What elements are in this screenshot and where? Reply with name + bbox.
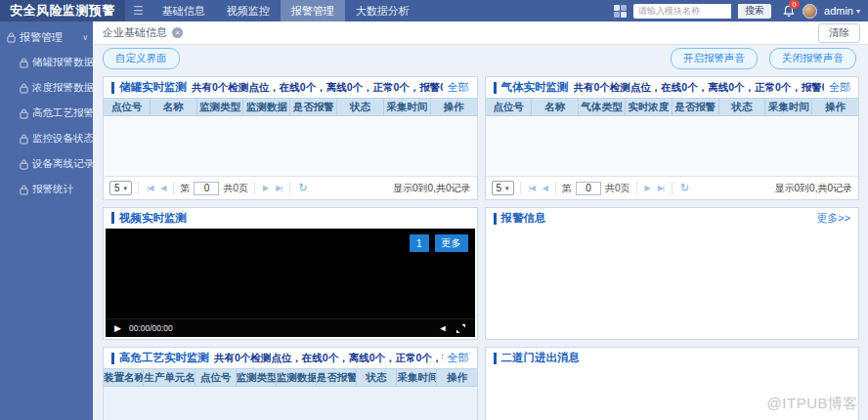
prev-page-button[interactable]: ◀ [158,184,167,192]
accent-bar [111,353,114,364]
sidebar-item-hazard-process-alarm-data[interactable]: 高危工艺报警数... [0,101,93,126]
records-summary: 显示0到0,共0记录 [393,182,470,195]
panel-title: 报警信息 [501,211,546,226]
sidebar-item-label: 高危工艺报警数... [32,106,93,120]
panel-title: 高危工艺实时监测 [119,351,209,365]
tab-enterprise-basic-info[interactable]: 企业基础信息 × [103,25,183,40]
sidebar-item-label: 储罐报警数据 [32,56,93,69]
refresh-icon[interactable]: ↻ [678,182,691,194]
first-page-button[interactable]: |◀ [145,184,154,192]
close-icon[interactable]: × [172,27,183,38]
nav-alarm-management[interactable]: 报警管理 [281,0,345,21]
col-header: 监测类型 [197,99,244,115]
page-number-input[interactable] [576,182,601,195]
view-all-link[interactable]: 全部 [829,80,850,95]
sound-on-button[interactable]: 开启报警声音 [671,48,758,69]
panel-header: 气体实时监测 共有0个检测点位，在线0个，离线0个，正常0个，报警0个 全部 [486,77,859,98]
panel-title: 二道门进出消息 [501,351,581,365]
prev-page-button[interactable]: ◀ [541,184,549,192]
sidebar-item-alarm-management[interactable]: 报警管理 ∨ [0,25,93,50]
page-size-select[interactable]: 5▾ [109,181,132,195]
stats-summary: 共有0个检测点位，在线0个，离线0个，正常0个，报警0个 [214,352,443,365]
video-time: 00:00/00:00 [129,323,173,333]
dashboard-grid: 储罐实时监测 共有0个检测点位，在线0个，离线0个，正常0个，报警0个 全部 点… [93,72,868,420]
sidebar-item-monitor-device-status[interactable]: 监控设备状态 [0,126,93,151]
topbar: 安全风险监测预警 ☰ 基础信息 视频监控 报警管理 大数据分析 搜索 0 adm… [0,0,868,21]
lock-icon [20,185,28,195]
refresh-icon[interactable]: ↻ [296,182,309,194]
nav-video-monitor[interactable]: 视频监控 [216,0,281,21]
panel-header: 视频实时监测 [104,208,477,228]
sidebar-item-label: 监控设备状态 [32,132,93,146]
main-area: 企业基础信息 × 清除 自定义界面 开启报警声音 关闭报警声音 储罐实 [93,21,868,420]
alarm-more-link[interactable]: 更多>> [816,211,850,226]
tab-strip: 企业基础信息 × 清除 [93,21,868,45]
hamburger-icon[interactable]: ☰ [125,0,152,21]
sidebar-item-alarm-statistics[interactable]: 报警统计 [0,177,93,202]
topbar-right: 搜索 0 admin ▾ [614,0,868,21]
sidebar-item-device-offline-records[interactable]: 设备离线记录 [0,151,93,177]
nav-basic-info[interactable]: 基础信息 [152,0,216,21]
module-search-input[interactable] [633,4,731,19]
col-header: 名称 [151,99,197,115]
total-pages-label: 共0页 [223,182,248,195]
camera-channel-button[interactable]: 1 [410,234,429,252]
sound-off-button[interactable]: 关闭报警声音 [769,48,856,69]
door-list-empty [486,368,859,420]
col-header: 监测类型 [237,369,277,386]
first-page-button[interactable]: |◀ [527,184,537,192]
col-header: 操作 [437,369,476,386]
view-all-link[interactable]: 全部 [448,351,469,365]
accent-bar [111,212,114,224]
alarm-list-empty [486,229,859,339]
video-more-button[interactable]: 更多 [435,234,468,252]
caret-down-icon: ▾ [505,185,509,192]
user-avatar[interactable] [803,4,817,19]
accent-bar [494,213,497,225]
table-header: 点位号 名称 监测类型 监测数据 是否报警 状态 采集时间 操作 [104,98,477,116]
page-size-select[interactable]: 5▾ [492,181,514,195]
notification-bell-icon[interactable]: 0 [782,4,796,19]
col-header: 是否报警 [290,99,337,115]
table-body-empty [486,116,859,176]
col-header: 气体类型 [579,99,626,115]
main-nav: 基础信息 视频监控 报警管理 大数据分析 [152,0,420,21]
col-header: 点位号 [195,369,236,386]
stats-summary: 共有0个检测点位，在线0个，离线0个，正常0个，报警0个 [574,81,825,95]
records-summary: 显示0到0,共0记录 [775,182,852,195]
custom-ui-button[interactable]: 自定义界面 [103,48,180,69]
last-page-button[interactable]: ▶| [274,184,283,192]
col-header: 状态 [719,99,766,115]
col-header: 采集时间 [765,99,812,115]
page-number-input[interactable] [194,182,219,195]
caret-down-icon: ▾ [856,7,860,16]
clear-button[interactable]: 清除 [818,23,860,43]
volume-button[interactable]: ◄ [439,323,448,333]
col-header: 名称 [532,99,579,115]
panel-header: 报警信息 更多>> [486,208,859,229]
fullscreen-button[interactable] [456,323,466,334]
play-button[interactable]: ▶ [114,323,121,333]
sidebar-item-tank-alarm-data[interactable]: 储罐报警数据 [0,50,93,75]
accent-bar [494,82,497,94]
app-title: 安全风险监测预警 [0,0,125,21]
sidebar: 报警管理 ∨ 储罐报警数据 浓度报警数据 高危工艺报警数... 监控设备状态 [0,21,93,420]
last-page-button[interactable]: ▶| [656,184,666,192]
lock-icon [20,134,28,145]
process-monitor-panel: 高危工艺实时监测 共有0个检测点位，在线0个，离线0个，正常0个，报警0个 全部… [103,347,478,420]
search-button[interactable]: 搜索 [738,4,771,19]
page-label: 第 [562,182,572,195]
sidebar-item-concentration-alarm-data[interactable]: 浓度报警数据 [0,75,93,101]
next-page-button[interactable]: ▶ [643,184,652,192]
col-header: 监测数据 [277,369,317,386]
video-player[interactable]: 1 更多 ▶ 00:00/00:00 ◄ [106,229,475,337]
col-header: 状态 [357,369,397,386]
col-header: 生产单元名称 [144,369,195,386]
next-page-button[interactable]: ▶ [261,184,270,192]
col-header: 点位号 [104,99,151,115]
apps-grid-icon[interactable] [614,5,627,18]
user-menu[interactable]: admin ▾ [824,5,860,17]
nav-big-data-analysis[interactable]: 大数据分析 [345,0,420,21]
alarm-info-panel: 报警信息 更多>> [485,207,860,340]
view-all-link[interactable]: 全部 [448,80,469,95]
